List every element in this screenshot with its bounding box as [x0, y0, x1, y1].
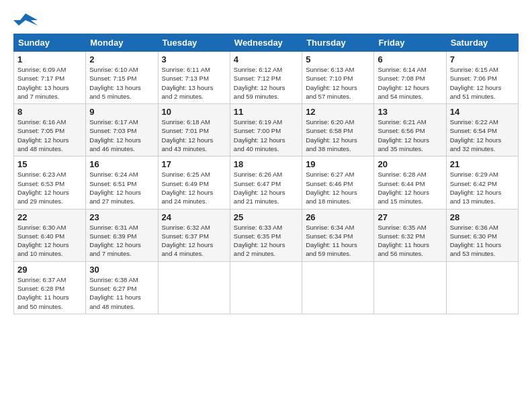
day-number: 1	[17, 54, 82, 64]
calendar-body: 1Sunrise: 6:09 AMSunset: 7:17 PMDaylight…	[14, 52, 519, 314]
day-info: Sunrise: 6:36 AMSunset: 6:30 PMDaylight:…	[450, 223, 515, 259]
day-info: Sunrise: 6:31 AMSunset: 6:39 PMDaylight:…	[89, 223, 154, 259]
day-number: 12	[306, 107, 370, 117]
day-info: Sunrise: 6:09 AMSunset: 7:17 PMDaylight:…	[17, 65, 82, 101]
day-info: Sunrise: 6:38 AMSunset: 6:27 PMDaylight:…	[89, 275, 154, 311]
day-info: Sunrise: 6:14 AMSunset: 7:08 PMDaylight:…	[378, 65, 442, 101]
day-info: Sunrise: 6:12 AMSunset: 7:12 PMDaylight:…	[234, 65, 298, 101]
day-number: 24	[162, 212, 226, 222]
weekday-header-tuesday: Tuesday	[158, 34, 230, 52]
weekday-header-monday: Monday	[86, 34, 158, 52]
day-info: Sunrise: 6:11 AMSunset: 7:13 PMDaylight:…	[162, 65, 226, 101]
day-number: 5	[306, 54, 370, 64]
calendar-cell: 27Sunrise: 6:35 AMSunset: 6:32 PMDayligh…	[374, 209, 446, 261]
day-number: 13	[378, 107, 442, 117]
day-info: Sunrise: 6:32 AMSunset: 6:37 PMDaylight:…	[162, 223, 226, 259]
day-number: 27	[378, 212, 442, 222]
day-number: 22	[17, 212, 82, 222]
calendar-cell: 2Sunrise: 6:10 AMSunset: 7:15 PMDaylight…	[86, 52, 158, 104]
day-number: 2	[89, 54, 154, 64]
day-number: 18	[234, 159, 298, 169]
day-number: 8	[17, 107, 82, 117]
day-info: Sunrise: 6:24 AMSunset: 6:51 PMDaylight:…	[89, 170, 154, 205]
day-info: Sunrise: 6:19 AMSunset: 7:00 PMDaylight:…	[234, 118, 298, 153]
day-number: 28	[450, 212, 515, 222]
logo-icon	[13, 11, 38, 30]
day-number: 14	[450, 107, 515, 117]
day-number: 20	[378, 159, 442, 169]
calendar-table: SundayMondayTuesdayWednesdayThursdayFrid…	[13, 34, 519, 314]
day-info: Sunrise: 6:35 AMSunset: 6:32 PMDaylight:…	[378, 223, 442, 259]
calendar-week-row: 15Sunrise: 6:23 AMSunset: 6:53 PMDayligh…	[14, 156, 519, 209]
calendar-cell: 16Sunrise: 6:24 AMSunset: 6:51 PMDayligh…	[86, 156, 158, 209]
day-info: Sunrise: 6:23 AMSunset: 6:53 PMDaylight:…	[17, 170, 82, 205]
calendar-cell	[230, 261, 302, 314]
calendar-cell: 23Sunrise: 6:31 AMSunset: 6:39 PMDayligh…	[86, 209, 158, 261]
calendar-cell	[374, 261, 446, 314]
calendar-cell: 9Sunrise: 6:17 AMSunset: 7:03 PMDaylight…	[86, 104, 158, 156]
day-number: 25	[234, 212, 298, 222]
day-info: Sunrise: 6:18 AMSunset: 7:01 PMDaylight:…	[162, 118, 226, 153]
calendar-cell: 14Sunrise: 6:22 AMSunset: 6:54 PMDayligh…	[446, 104, 518, 156]
weekday-header-row: SundayMondayTuesdayWednesdayThursdayFrid…	[14, 34, 519, 52]
calendar-cell: 24Sunrise: 6:32 AMSunset: 6:37 PMDayligh…	[158, 209, 230, 261]
calendar-cell: 4Sunrise: 6:12 AMSunset: 7:12 PMDaylight…	[230, 52, 302, 104]
calendar-cell	[158, 261, 230, 314]
day-info: Sunrise: 6:26 AMSunset: 6:47 PMDaylight:…	[234, 170, 298, 205]
day-number: 29	[17, 265, 82, 275]
day-info: Sunrise: 6:28 AMSunset: 6:44 PMDaylight:…	[378, 170, 442, 205]
day-info: Sunrise: 6:33 AMSunset: 6:35 PMDaylight:…	[234, 223, 298, 259]
calendar-cell: 29Sunrise: 6:37 AMSunset: 6:28 PMDayligh…	[14, 261, 86, 314]
calendar-cell: 26Sunrise: 6:34 AMSunset: 6:34 PMDayligh…	[302, 209, 374, 261]
calendar-cell: 21Sunrise: 6:29 AMSunset: 6:42 PMDayligh…	[446, 156, 518, 209]
calendar-cell: 22Sunrise: 6:30 AMSunset: 6:40 PMDayligh…	[14, 209, 86, 261]
calendar-cell: 13Sunrise: 6:21 AMSunset: 6:56 PMDayligh…	[374, 104, 446, 156]
day-number: 26	[306, 212, 370, 222]
day-info: Sunrise: 6:37 AMSunset: 6:28 PMDaylight:…	[17, 275, 82, 311]
header	[13, 11, 519, 30]
calendar-cell: 25Sunrise: 6:33 AMSunset: 6:35 PMDayligh…	[230, 209, 302, 261]
day-info: Sunrise: 6:29 AMSunset: 6:42 PMDaylight:…	[450, 170, 515, 205]
day-number: 10	[162, 107, 226, 117]
calendar-cell: 7Sunrise: 6:15 AMSunset: 7:06 PMDaylight…	[446, 52, 518, 104]
calendar-week-row: 8Sunrise: 6:16 AMSunset: 7:05 PMDaylight…	[14, 104, 519, 156]
logo-area	[13, 11, 40, 30]
day-info: Sunrise: 6:10 AMSunset: 7:15 PMDaylight:…	[89, 65, 154, 101]
day-info: Sunrise: 6:13 AMSunset: 7:10 PMDaylight:…	[306, 65, 370, 101]
calendar-cell: 17Sunrise: 6:25 AMSunset: 6:49 PMDayligh…	[158, 156, 230, 209]
calendar-cell: 1Sunrise: 6:09 AMSunset: 7:17 PMDaylight…	[14, 52, 86, 104]
weekday-header-sunday: Sunday	[14, 34, 86, 52]
calendar-cell: 20Sunrise: 6:28 AMSunset: 6:44 PMDayligh…	[374, 156, 446, 209]
day-number: 4	[234, 54, 298, 64]
day-info: Sunrise: 6:17 AMSunset: 7:03 PMDaylight:…	[89, 118, 154, 153]
calendar-cell: 19Sunrise: 6:27 AMSunset: 6:46 PMDayligh…	[302, 156, 374, 209]
calendar-cell: 30Sunrise: 6:38 AMSunset: 6:27 PMDayligh…	[86, 261, 158, 314]
calendar-page: SundayMondayTuesdayWednesdayThursdayFrid…	[0, 0, 532, 411]
day-number: 3	[162, 54, 226, 64]
day-number: 6	[378, 54, 442, 64]
weekday-header-thursday: Thursday	[302, 34, 374, 52]
calendar-week-row: 1Sunrise: 6:09 AMSunset: 7:17 PMDaylight…	[14, 52, 519, 104]
calendar-cell: 3Sunrise: 6:11 AMSunset: 7:13 PMDaylight…	[158, 52, 230, 104]
day-info: Sunrise: 6:25 AMSunset: 6:49 PMDaylight:…	[162, 170, 226, 205]
day-number: 16	[89, 159, 154, 169]
calendar-week-row: 29Sunrise: 6:37 AMSunset: 6:28 PMDayligh…	[14, 261, 519, 314]
calendar-cell: 28Sunrise: 6:36 AMSunset: 6:30 PMDayligh…	[446, 209, 518, 261]
calendar-cell: 5Sunrise: 6:13 AMSunset: 7:10 PMDaylight…	[302, 52, 374, 104]
calendar-cell	[446, 261, 518, 314]
day-number: 30	[89, 265, 154, 275]
day-info: Sunrise: 6:15 AMSunset: 7:06 PMDaylight:…	[450, 65, 515, 101]
day-info: Sunrise: 6:20 AMSunset: 6:58 PMDaylight:…	[306, 118, 370, 153]
calendar-cell: 18Sunrise: 6:26 AMSunset: 6:47 PMDayligh…	[230, 156, 302, 209]
weekday-header-friday: Friday	[374, 34, 446, 52]
calendar-cell: 6Sunrise: 6:14 AMSunset: 7:08 PMDaylight…	[374, 52, 446, 104]
day-info: Sunrise: 6:30 AMSunset: 6:40 PMDaylight:…	[17, 223, 82, 259]
calendar-cell: 15Sunrise: 6:23 AMSunset: 6:53 PMDayligh…	[14, 156, 86, 209]
day-info: Sunrise: 6:27 AMSunset: 6:46 PMDaylight:…	[306, 170, 370, 205]
day-info: Sunrise: 6:22 AMSunset: 6:54 PMDaylight:…	[450, 118, 515, 153]
day-number: 19	[306, 159, 370, 169]
svg-marker-0	[13, 13, 38, 26]
calendar-cell	[302, 261, 374, 314]
day-number: 21	[450, 159, 515, 169]
calendar-cell: 12Sunrise: 6:20 AMSunset: 6:58 PMDayligh…	[302, 104, 374, 156]
